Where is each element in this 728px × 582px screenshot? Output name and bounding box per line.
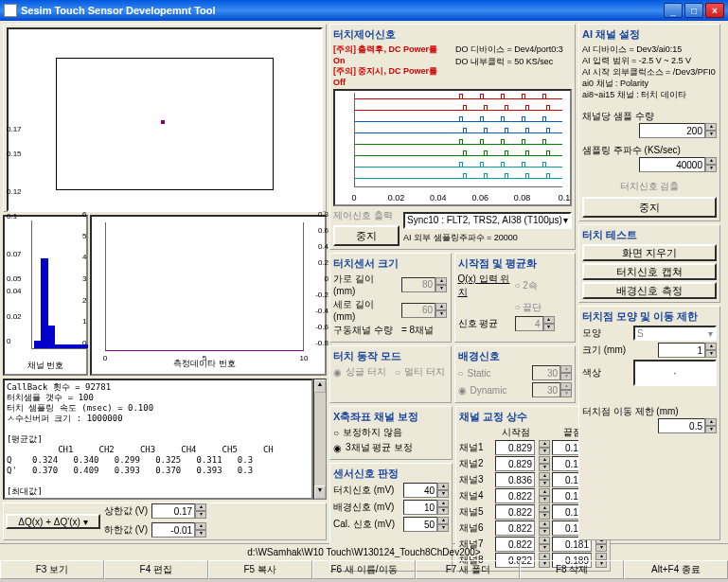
- ai-range: AI 입력 범위 = -2.5 V ~ 2.5 V: [582, 55, 717, 66]
- shape-size-spinner[interactable]: ▴▾: [705, 343, 717, 358]
- cal-start-input[interactable]: [495, 472, 535, 487]
- xcorr-opt1[interactable]: ○ 보정하지 않음: [333, 426, 449, 439]
- sig-stop-button[interactable]: 중지: [333, 225, 400, 246]
- bg-thr-input[interactable]: [403, 500, 437, 515]
- lower-limit-input[interactable]: [151, 522, 195, 538]
- cal-start-input[interactable]: [495, 488, 535, 503]
- upper-limit-input[interactable]: [151, 503, 195, 519]
- maximize-button[interactable]: □: [684, 3, 703, 18]
- delta-q-bar-chart: 채널 번호 00.020.040.050.070.10.120.150.17: [3, 215, 88, 376]
- cal-row-label: 채널2: [459, 457, 493, 470]
- caution-on: [주의] 출력후, DC Power를 On: [333, 44, 450, 65]
- per-ch-input[interactable]: [639, 123, 705, 138]
- bg-thr-spinner[interactable]: ▴▾: [437, 500, 449, 515]
- shape-color-preview[interactable]: ·: [633, 360, 717, 386]
- cal-start-spinner[interactable]: ▴▾: [539, 504, 550, 520]
- shape-select: S▾: [633, 326, 717, 341]
- detect-label: 터치신호 검출: [582, 180, 717, 193]
- shape-title: 터치점 모양 및 이동 제한: [582, 309, 717, 324]
- touch-thr-input[interactable]: [403, 483, 437, 498]
- data-log: CallBack 횟수 = 92781 터치샘플 갯수 = 100 터치 샘플링…: [3, 379, 313, 500]
- do-device-label: DO 디바이스 = Dev4/port0:3: [455, 44, 572, 56]
- qx-opt2: ○ 끝단: [515, 301, 542, 314]
- move-limit-label: 터치점 이동 제한 (mm): [582, 405, 717, 418]
- touch-position-chart: [7, 27, 323, 212]
- cal-start-spinner[interactable]: ▴▾: [539, 488, 550, 503]
- lower-limit-label: 하한값 (V): [104, 523, 148, 537]
- minimize-button[interactable]: _: [664, 3, 683, 18]
- sync-select[interactable]: Sync10 : FLT2, TRS2, AI38 (T100μs)▾: [403, 212, 572, 229]
- cal-thr-input[interactable]: [403, 517, 437, 532]
- init-title: 시작점 및 평균화: [458, 256, 573, 271]
- ai-ext-clk: AI 시작 외부클럭소스 = /Dev3/PFI0: [582, 66, 717, 78]
- per-ch-label: 채널당 샘플 수량: [582, 110, 717, 123]
- upper-limit-spinner[interactable]: ▴▾: [195, 503, 206, 519]
- touch-thr-spinner[interactable]: ▴▾: [437, 483, 449, 498]
- touch-thr-label: 터치신호 (mV): [333, 484, 400, 497]
- height-label: 세로 길이 (mm): [333, 298, 398, 322]
- sig-title: 터치제어신호: [333, 27, 572, 42]
- ctrl-output-label: 제어신호 출력: [333, 209, 400, 222]
- f6-key[interactable]: F6 새 이름/이동: [312, 560, 417, 579]
- bg-title: 배경신호: [458, 349, 573, 363]
- freq-input[interactable]: [639, 157, 705, 172]
- altf4-key[interactable]: Alt+F4 종료: [624, 560, 728, 579]
- capture-touch-button[interactable]: 터치신호 캡쳐: [582, 263, 717, 280]
- freq-label: 샘플링 주파수 (KS/sec): [582, 144, 717, 157]
- ai-dev: AI 디바이스 = Dev3/ai0:15: [582, 44, 717, 55]
- drive-ch-value: = 8채널: [401, 324, 434, 337]
- cal-start-spinner[interactable]: ▴▾: [539, 440, 550, 455]
- freq-spinner[interactable]: ▴▾: [705, 157, 717, 172]
- avg-input: [515, 316, 543, 331]
- avg-label: 신호 평균: [458, 317, 511, 330]
- move-limit-input[interactable]: [658, 418, 705, 433]
- cal-start-spinner[interactable]: ▴▾: [539, 520, 550, 536]
- height-spinner: ▴▾: [435, 303, 447, 318]
- ai-stop-button[interactable]: 중지: [582, 197, 717, 218]
- width-spinner: ▴▾: [435, 277, 447, 292]
- f5-key[interactable]: F5 복사: [208, 560, 312, 579]
- bg-dynamic-input: [532, 382, 560, 397]
- move-limit-spinner[interactable]: ▴▾: [705, 418, 717, 433]
- dq-combo[interactable]: ΔQ(x) + ΔQ'(x) ▾: [6, 514, 100, 529]
- titlebar: Sesim Touch Sensor Developemnt Tool _ □ …: [0, 0, 728, 21]
- f3-key[interactable]: F3 보기: [0, 560, 104, 579]
- cal-thr-label: Cal. 신호 (mV): [333, 518, 400, 531]
- drive-ch-label: 구동채널 수량: [333, 324, 398, 337]
- cal-start-input[interactable]: [495, 456, 535, 471]
- avg-spinner: ▴▾: [543, 316, 555, 331]
- cal-start-input[interactable]: [495, 504, 535, 520]
- shape-label: 모양: [582, 326, 630, 340]
- clear-screen-button[interactable]: 화면 지우기: [582, 244, 717, 261]
- lower-limit-spinner[interactable]: ▴▾: [195, 522, 206, 538]
- upper-limit-label: 상한값 (V): [104, 504, 148, 518]
- cal-start-spinner[interactable]: ▴▾: [539, 456, 550, 471]
- do-clock-label: DO 내부클럭 = 50 KS/sec: [455, 56, 572, 68]
- measure-bg-button[interactable]: 배경신호 측정: [582, 282, 717, 299]
- log-scrollbar[interactable]: ▲▼: [313, 379, 327, 500]
- ai-ext-label: AI 외부 샘플링주파수 = 20000: [403, 232, 572, 244]
- bg-thr-label: 배경신호 (mV): [333, 501, 400, 514]
- cal-start-input[interactable]: [495, 537, 535, 552]
- width-label: 가로 길이 (mm): [333, 273, 398, 296]
- cal-start-input[interactable]: [495, 440, 535, 455]
- xcorr-opt2[interactable]: ◉ 3채널 평균 보정: [333, 441, 449, 454]
- shape-size-input[interactable]: [658, 343, 705, 358]
- f4-key[interactable]: F4 편집: [104, 560, 208, 579]
- qx-label: Q(x) 입력 위치: [458, 273, 511, 299]
- bg-dynamic: ◉ Dynamic ▴▾: [458, 382, 573, 397]
- window-title: Sesim Touch Sensor Developemnt Tool: [21, 5, 216, 16]
- ai-ai8: ai8~ai15 채널 : 터치 데이타: [582, 89, 717, 100]
- f7-key[interactable]: F7 새 폴더: [416, 560, 520, 579]
- xcorr-title: X축좌표 채널 보정: [333, 410, 449, 424]
- cal-row-label: 채널4: [459, 489, 493, 503]
- cal-thr-spinner[interactable]: ▴▾: [437, 517, 449, 532]
- f8-key[interactable]: F8 삭제: [520, 560, 624, 579]
- close-button[interactable]: ×: [705, 3, 724, 18]
- per-ch-spinner[interactable]: ▴▾: [705, 123, 717, 138]
- cal-start-input[interactable]: [495, 520, 535, 536]
- cal-row-label: 채널1: [459, 441, 493, 454]
- cal-row-label: 채널3: [459, 473, 493, 486]
- cal-start-spinner[interactable]: ▴▾: [539, 537, 550, 552]
- cal-start-spinner[interactable]: ▴▾: [539, 472, 550, 487]
